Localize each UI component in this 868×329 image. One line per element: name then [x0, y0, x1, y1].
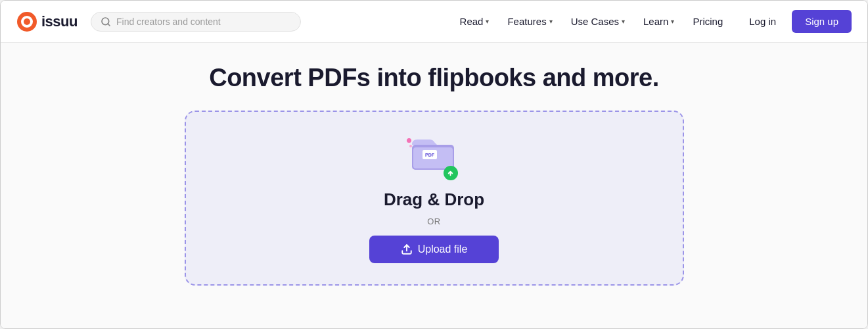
learn-chevron-icon: ▾: [671, 18, 674, 25]
login-button[interactable]: Log in: [739, 11, 787, 32]
nav-learn[interactable]: Learn ▾: [635, 11, 682, 32]
drag-drop-label: Drag & Drop: [384, 190, 484, 210]
nav-read[interactable]: Read ▾: [452, 11, 497, 32]
svg-line-4: [108, 24, 110, 26]
nav-pricing[interactable]: Pricing: [685, 11, 731, 32]
main-content: Convert PDFs into flipbooks and more. PD: [1, 43, 867, 328]
svg-point-2: [24, 18, 30, 25]
nav-features[interactable]: Features ▾: [499, 11, 560, 32]
features-chevron-icon: ▾: [549, 18, 553, 25]
use-cases-chevron-icon: ▾: [622, 18, 625, 25]
pdf-folder-icon-container: PDF: [411, 133, 458, 180]
search-bar: [91, 12, 301, 32]
navbar: issuu Read ▾ Features ▾ Use Cases ▾: [1, 1, 867, 43]
upload-badge-icon: [444, 166, 458, 180]
or-label: OR: [427, 216, 441, 226]
search-icon: [101, 16, 111, 27]
browser-frame: issuu Read ▾ Features ▾ Use Cases ▾: [0, 0, 868, 329]
upload-file-button[interactable]: Upload file: [369, 236, 499, 263]
nav-auth: Log in Sign up: [739, 10, 852, 33]
nav-use-cases[interactable]: Use Cases ▾: [563, 11, 633, 32]
svg-text:PDF: PDF: [425, 153, 435, 157]
read-chevron-icon: ▾: [486, 18, 489, 25]
signup-button[interactable]: Sign up: [792, 10, 852, 33]
logo-text: issuu: [41, 13, 78, 30]
upload-icon: [401, 243, 413, 255]
dot-decoration-2: [409, 145, 412, 147]
logo-link[interactable]: issuu: [16, 11, 78, 32]
nav-links: Read ▾ Features ▾ Use Cases ▾ Learn ▾ Pr…: [452, 10, 852, 33]
issuu-logo-icon: [16, 11, 37, 32]
dropzone[interactable]: PDF Drag & Drop OR Upload file: [185, 111, 684, 286]
search-input[interactable]: [116, 16, 291, 27]
hero-title: Convert PDFs into flipbooks and more.: [209, 64, 659, 92]
dot-decoration-1: [407, 138, 411, 143]
